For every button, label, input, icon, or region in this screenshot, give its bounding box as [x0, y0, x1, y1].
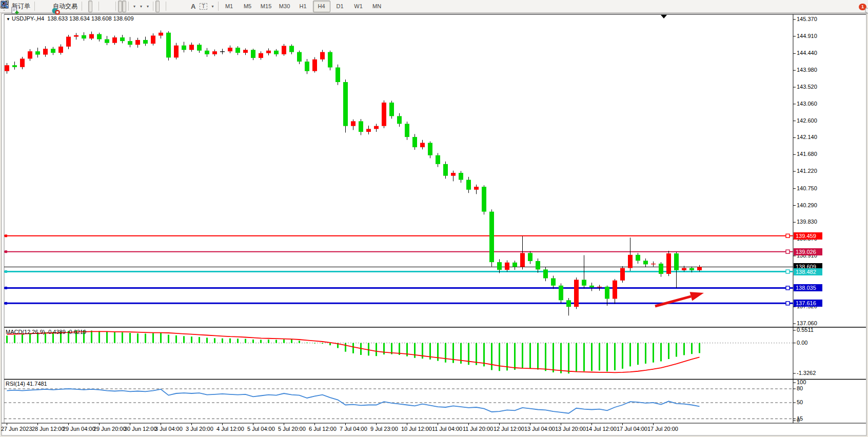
time-axis-label: 11 Jul 20:00: [463, 426, 493, 432]
time-axis-label: 10 Jul 12:00: [401, 426, 432, 432]
separator: [34, 2, 35, 11]
time-axis-label: 13 Jul 04:00: [524, 426, 555, 432]
separator: [218, 2, 219, 11]
notifications-button[interactable]: 1: [862, 1, 866, 12]
timeframe-D1[interactable]: D1: [331, 1, 349, 12]
time-axis-label: 3 Jul 20:00: [186, 426, 213, 432]
price-line-label: 137.616: [794, 300, 822, 307]
time-axis-label: 29 Jun 04:00: [63, 426, 95, 432]
price-tick: 141.220: [797, 168, 817, 174]
chart-shift-button[interactable]: [122, 1, 126, 12]
timeframe-M1[interactable]: M1: [221, 1, 238, 12]
chevron-down-icon: ▾: [147, 4, 149, 9]
time-axis-label: 12 Jul 12:00: [494, 426, 524, 432]
macd-name: MACD(12,26,9): [6, 329, 45, 335]
templates-button[interactable]: ▾: [144, 1, 151, 12]
timeframe-W1[interactable]: W1: [350, 1, 367, 12]
time-axis-label: 27 Jun 2023: [1, 426, 32, 432]
auto-trading-button[interactable]: 自动交易: [49, 1, 80, 12]
time-axis-label: 17 Jul 20:00: [647, 426, 678, 432]
price-tick: 140.750: [797, 185, 817, 191]
text-label-button[interactable]: T: [198, 1, 209, 12]
text-button[interactable]: A: [189, 1, 198, 12]
time-axis-label: 30 Jun 12:00: [124, 426, 157, 432]
price-tick: 140.290: [797, 202, 817, 208]
equidistant-channel-button[interactable]: [181, 1, 185, 12]
bar-chart-button[interactable]: [84, 1, 88, 12]
rsi-value: 41.7481: [27, 381, 47, 387]
timeframe-M30[interactable]: M30: [276, 1, 293, 12]
price-tick: 137.060: [797, 320, 817, 326]
time-axis-label: 13 Jul 20:00: [555, 426, 586, 432]
trendline-button[interactable]: [176, 1, 181, 12]
mt4-window: 新订单 自动交易: [0, 0, 868, 437]
time-axis-label: 9 Jul 23:00: [370, 426, 398, 432]
fibonacci-button[interactable]: F: [185, 1, 189, 12]
periods-button[interactable]: ▾: [137, 1, 144, 12]
rsi-label: RSI(14) 41.7481: [6, 381, 47, 387]
macd-main-value: -0.4389: [46, 329, 65, 335]
zoom-in-button[interactable]: [101, 1, 105, 12]
price-line-label: 139.026: [794, 248, 822, 255]
price-line-label: 139.459: [794, 232, 822, 240]
time-axis-label: 11 Jul 04:00: [432, 426, 462, 432]
toolbar: 新订单 自动交易: [0, 0, 868, 13]
separator: [98, 2, 99, 11]
time-axis-label: 4 Jul 12:00: [216, 426, 244, 432]
price-tick: 139.830: [797, 218, 817, 225]
timeframe-H4[interactable]: H4: [313, 1, 330, 12]
price-line-label: 138.035: [794, 284, 822, 291]
rsi-axis-tick: 80: [797, 385, 803, 391]
timeframe-M15[interactable]: M15: [258, 1, 275, 12]
text-icon: A: [191, 3, 195, 10]
new-order-button[interactable]: 新订单: [8, 1, 32, 12]
rsi-axis-tick: 0: [797, 417, 800, 423]
auto-scroll-button[interactable]: [118, 1, 122, 12]
profiles-button[interactable]: [41, 1, 45, 12]
vertical-line-button[interactable]: [168, 1, 172, 12]
macd-axis-tick: -1.3262: [797, 370, 816, 376]
price-tick: 144.440: [797, 50, 817, 56]
horizontal-line-button[interactable]: [172, 1, 176, 12]
chevron-down-icon: ▾: [133, 4, 135, 9]
time-axis-label: 14 Jul 12:00: [586, 426, 617, 432]
signals-button[interactable]: [45, 1, 49, 12]
cursor-button[interactable]: [155, 1, 160, 12]
price-tick: 141.680: [797, 151, 817, 157]
timeframe-MN[interactable]: MN: [368, 1, 386, 12]
timeframe-H1[interactable]: H1: [294, 1, 312, 12]
time-axis-label: 6 Jul 12:00: [309, 426, 337, 432]
symbol-timeframe: USDJPY-,H4: [12, 15, 44, 22]
symbol-dropdown-marker[interactable]: ▼: [6, 17, 10, 22]
search-icon: [0, 0, 9, 9]
price-tick: 142.140: [797, 134, 817, 140]
rsi-axis-tick: 50: [797, 399, 803, 405]
time-axis-label: 7 Jul 04:00: [340, 426, 367, 432]
time-axis-label: 3 Jul 04:00: [155, 426, 183, 432]
chart-canvas[interactable]: [0, 0, 868, 437]
chart-title[interactable]: ▼ USDJPY-,H4 138.633 138.634 138.608 138…: [6, 15, 134, 22]
arrows-button[interactable]: ▾: [209, 1, 216, 12]
crosshair-button[interactable]: [160, 1, 164, 12]
indicators-button[interactable]: ▾: [131, 1, 137, 12]
candlestick-chart-button[interactable]: [88, 1, 92, 12]
separator: [166, 2, 166, 11]
price-tick: 142.600: [797, 117, 817, 124]
price-tick: 143.060: [797, 101, 817, 107]
separator: [82, 2, 82, 11]
rsi-axis-tick: 100: [797, 379, 806, 385]
macd-axis-tick: 0.5511: [797, 327, 814, 333]
market-watch-button[interactable]: [37, 1, 41, 12]
line-chart-button[interactable]: [92, 1, 96, 12]
zoom-out-button[interactable]: [105, 1, 109, 12]
time-axis-label: 28 Jun 12:00: [32, 426, 65, 432]
notifications-icon: [864, 6, 868, 15]
tile-windows-button[interactable]: [109, 1, 113, 12]
separator: [153, 2, 153, 11]
timeframe-M5[interactable]: M5: [239, 1, 257, 12]
separator: [128, 2, 129, 11]
price-tick: 143.980: [797, 67, 817, 73]
price-tick: 143.520: [797, 84, 817, 90]
chevron-down-icon: ▾: [140, 4, 142, 9]
time-axis-label: 17 Jul 04:00: [617, 426, 647, 432]
